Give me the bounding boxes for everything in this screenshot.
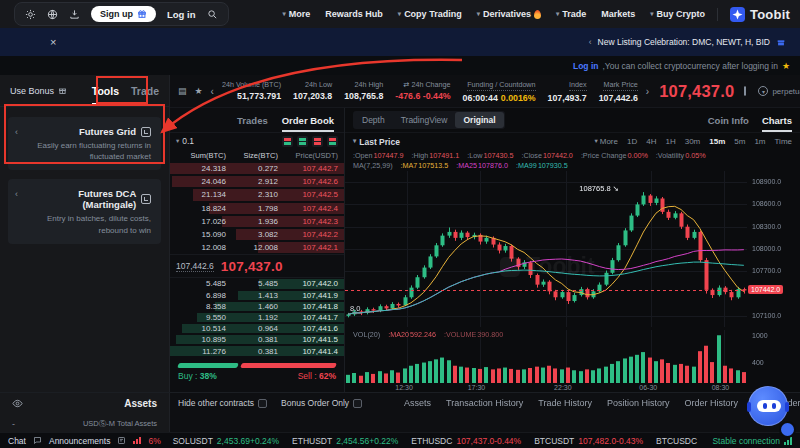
ticker-pair-btcusdc[interactable]: BTCUSDC [656,436,697,446]
status-bar: Chat Announcements 6% SOLUSDT2,453.69+0.… [0,432,800,448]
orderbook-ask-row[interactable]: 17.0261.936107,442.3 [170,215,344,228]
chart-toolbar: ▾ Last Price ▾More1D4H1H30m15m5m1mTime [345,133,800,150]
chevron-left-icon[interactable]: ‹ [589,37,592,47]
view-original[interactable]: Original [455,112,503,128]
orderbook-ask-row[interactable]: 15.0903.082107,442.2 [170,228,344,241]
orderbook-bid-row[interactable]: 11.2760.381107,441.4 [170,345,344,356]
timeframe-time[interactable]: Time [775,137,792,146]
timeframe-4h[interactable]: 4H [646,137,656,146]
nav-item-trade[interactable]: ▾Trade [556,9,586,19]
search-icon[interactable] [207,9,218,20]
price-cell: 107,441.7 [278,313,338,322]
price-mode-select[interactable]: Last Price [359,137,400,147]
ticker-pair-solusdt[interactable]: SOLUSDT2,453.69+0.24% [173,436,279,446]
tab-tools[interactable]: Tools [92,76,119,105]
tab-charts[interactable]: Charts [762,108,792,132]
contract-details-icon[interactable]: ▤ [178,86,187,96]
checkbox-box [353,399,362,408]
tab-order-book[interactable]: Order Book [282,108,334,132]
ticker-pair-ethusdt[interactable]: ETHUSDT2,454.56+0.22% [292,436,398,446]
ma-settings[interactable]: MA(7,25,99) [353,161,393,170]
signup-button[interactable]: Sign up [91,6,156,22]
favorite-star-icon[interactable]: ★ [195,86,203,96]
tab-trade[interactable]: Trade [131,76,159,105]
scroll-right-icon[interactable]: › [646,86,649,97]
orderbook-bid-row[interactable]: 6.8981.413107,441.9 [170,290,344,301]
orderbook-layout-split-icon[interactable] [327,136,338,147]
timeframe-15m[interactable]: 15m [709,137,725,146]
contract-selector[interactable]: ▾ perpetual BTCUSDT [758,84,800,98]
kline-icon[interactable] [744,86,746,96]
bottom-tab-order-history[interactable]: Order History [684,398,738,408]
nav-item-markets[interactable]: Markets [601,9,635,19]
price-cell: 107,442.0 [278,279,338,288]
timeframe-1m[interactable]: 1m [754,137,765,146]
size-cell: 3.082 [226,230,278,239]
download-app-icon[interactable] [69,9,80,20]
orderbook-layout-bids-icon[interactable] [297,136,308,147]
eye-icon[interactable] [12,398,23,409]
orderbook-ask-row[interactable]: 18.8241.798107,442.4 [170,202,344,215]
bottom-tab-position-history[interactable]: Position History [607,398,670,408]
chat-bubble-icon[interactable] [33,436,42,445]
orderbook-bid-row[interactable]: 5.4855.485107,442.0 [170,278,344,289]
checkbox-hide-other-contracts[interactable]: Hide other contracts [178,398,267,408]
nav-item-derivatives[interactable]: ▾Derivatives [477,9,541,19]
tool-card-futures-dca-martingale[interactable]: ‹Futures DCA (Martingale)Entry in batche… [8,179,161,243]
announcements-link[interactable]: Announcements [49,436,110,446]
nav-item-copy-trading[interactable]: ▾Copy Trading [398,9,462,19]
scroll-left-icon[interactable]: ‹ [211,86,214,97]
timeframe-30m[interactable]: 30m [685,137,701,146]
orderbook-bid-row[interactable]: 8.3581.460107,441.8 [170,301,344,312]
orderbook-layout-asks-icon[interactable] [312,136,323,147]
tool-card-title: Futures Grid [79,126,136,137]
pair-symbol: BTCUSDT [534,436,574,446]
view-tradingview[interactable]: TradingView [393,112,456,128]
orderbook-bid-row[interactable]: 10.5140.964107,441.6 [170,323,344,334]
nav-item-buy-crypto[interactable]: ▾Buy Crypto [650,9,705,19]
tool-card-futures-grid[interactable]: ‹Futures GridEasily earn fluctuating ret… [8,117,161,170]
tab-trades[interactable]: Trades [237,108,268,132]
nav-item-more[interactable]: ▾More [283,9,311,19]
tick-size-select[interactable]: 0.1 [182,136,194,146]
view-depth[interactable]: Depth [354,112,393,128]
checkbox-bonus-order-only[interactable]: Bonus Order Only [281,398,362,408]
timeframe-5m[interactable]: 5m [734,137,745,146]
ticker-pair-ethusdc[interactable]: ETHUSDC107,437.0-0.44% [411,436,521,446]
orderbook-bid-row[interactable]: 10.8950.381107,441.5 [170,334,344,345]
brand-logo[interactable]: Toobit [730,7,790,22]
notification-text[interactable]: New Listing Celebration: DMC, NEWT, H, B… [598,37,770,47]
theme-sun-icon[interactable] [25,9,36,20]
language-globe-icon[interactable] [47,9,58,20]
login-link[interactable]: Log in [573,61,599,71]
ticker-pair-btcusdt[interactable]: BTCUSDT107,482.0-0.43% [534,436,643,446]
close-icon[interactable]: × [50,36,56,48]
size-cell: 1.413 [226,291,278,300]
orderbook-col-header: Sum(BTC) [176,151,226,160]
login-button[interactable]: Log in [167,9,196,20]
orderbook-ask-row[interactable]: 21.1342.310107,442.5 [170,188,344,201]
nav-item-rewards-hub[interactable]: Rewards Hub [325,9,383,19]
orderbook-layout-both-icon[interactable] [282,136,293,147]
bottom-tab-trade-history[interactable]: Trade History [538,398,592,408]
bottom-tab-assets[interactable]: Assets [404,398,431,408]
bottom-tab-transaction-history[interactable]: Transaction History [446,398,523,408]
orderbook-bid-row[interactable]: 9.5501.192107,441.7 [170,312,344,323]
timeframe-more[interactable]: ▾More [594,137,618,146]
assets-value: - [12,419,15,429]
orderbook-ask-row[interactable]: 24.3180.272107,442.7 [170,162,344,175]
support-chatbot[interactable] [748,386,794,432]
price-chart-canvas[interactable] [345,171,800,327]
orderbook-ask-row[interactable]: 24.0462.912107,442.6 [170,175,344,188]
announcement-board-icon[interactable] [117,436,126,445]
use-bonus-link[interactable]: Use Bonus [10,86,54,96]
timeframe-1h[interactable]: 1H [665,137,675,146]
orderbook-last-price[interactable]: 107,437.0 [221,259,283,274]
tool-cards: ‹Futures GridEasily earn fluctuating ret… [0,107,169,254]
timeframe-1d[interactable]: 1D [627,137,637,146]
size-cell: 0.381 [226,347,278,356]
vol-settings[interactable]: VOL(20) [353,330,380,339]
tab-coin-info[interactable]: Coin Info [708,108,749,132]
orderbook-ask-row[interactable]: 12.00812.008107,442.1 [170,241,344,254]
chat-link[interactable]: Chat [8,436,26,446]
